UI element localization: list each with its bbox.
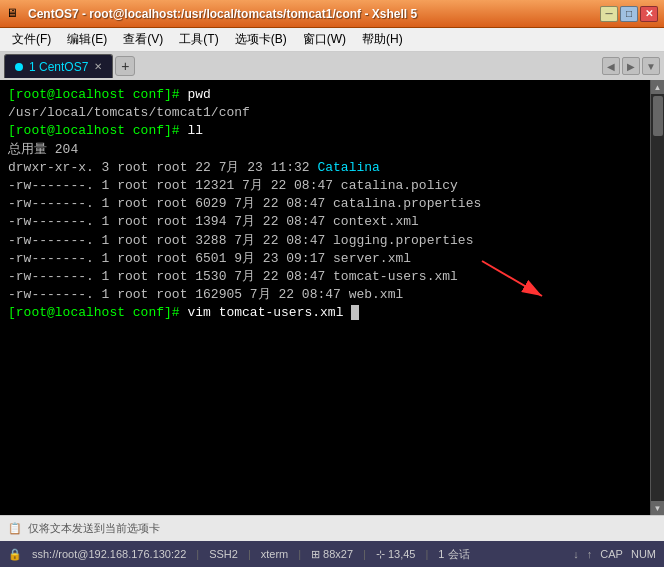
menu-view[interactable]: 查看(V) (115, 29, 171, 50)
terminal-line-13: [root@localhost conf]# vim tomcat-users.… (8, 304, 642, 322)
tab-label: 1 CentOS7 (29, 60, 88, 74)
tab-prev-button[interactable]: ◀ (602, 57, 620, 75)
menu-edit[interactable]: 编辑(E) (59, 29, 115, 50)
size-icon: ⊞ (311, 548, 320, 561)
status-num: NUM (631, 548, 656, 560)
tab-add-button[interactable]: + (115, 56, 135, 76)
menu-bar: 文件(F) 编辑(E) 查看(V) 工具(T) 选项卡(B) 窗口(W) 帮助(… (0, 28, 664, 52)
maximize-button[interactable]: □ (620, 6, 638, 22)
menu-tab[interactable]: 选项卡(B) (227, 29, 295, 50)
app-icon: 🖥 (6, 6, 22, 22)
tab-menu-button[interactable]: ▼ (642, 57, 660, 75)
terminal-line-7: -rw-------. 1 root root 6029 7月 22 08:47… (8, 195, 642, 213)
send-icon: 📋 (8, 522, 22, 535)
title-bar-text: CentOS7 - root@localhost:/usr/local/tomc… (28, 7, 417, 21)
scrollbar-down-button[interactable]: ▼ (651, 501, 665, 515)
status-send-bar: 📋 仅将文本发送到当前选项卡 (0, 515, 664, 541)
scrollbar-up-button[interactable]: ▲ (651, 80, 665, 94)
svg-line-1 (482, 261, 542, 296)
tab-navigation: ◀ ▶ ▼ (602, 57, 660, 75)
tab-active-dot (15, 63, 23, 71)
status-size: ⊞ 88x27 (311, 548, 353, 561)
terminal-line-5: drwxr-xr-x. 3 root root 22 7月 23 11:32 C… (8, 159, 642, 177)
window-controls: ─ □ ✕ (600, 6, 658, 22)
terminal-line-12: -rw-------. 1 root root 162905 7月 22 08:… (8, 286, 642, 304)
status-protocol: SSH2 (209, 548, 238, 560)
menu-window[interactable]: 窗口(W) (295, 29, 354, 50)
terminal-line-3: [root@localhost conf]# ll (8, 122, 642, 140)
tab-centos7[interactable]: 1 CentOS7 ✕ (4, 54, 113, 78)
status-sessions: 1 会话 (438, 547, 469, 562)
terminal-wrapper: [root@localhost conf]# pwd /usr/local/to… (0, 80, 664, 515)
status-send-text: 仅将文本发送到当前选项卡 (28, 521, 160, 536)
status-connection: ssh://root@192.168.176.130:22 (32, 548, 186, 560)
position-icon: ⊹ (376, 548, 385, 561)
terminal[interactable]: [root@localhost conf]# pwd /usr/local/to… (0, 80, 650, 515)
close-button[interactable]: ✕ (640, 6, 658, 22)
terminal-line-1: [root@localhost conf]# pwd (8, 86, 642, 104)
terminal-line-9: -rw-------. 1 root root 3288 7月 22 08:47… (8, 232, 642, 250)
terminal-line-4: 总用量 204 (8, 141, 642, 159)
terminal-line-8: -rw-------. 1 root root 1394 7月 22 08:47… (8, 213, 642, 231)
terminal-scrollbar[interactable]: ▲ ▼ (650, 80, 664, 515)
annotation-arrow (462, 256, 582, 306)
menu-tools[interactable]: 工具(T) (171, 29, 226, 50)
tab-close-button[interactable]: ✕ (94, 61, 102, 72)
main-status-bar: 🔒 ssh://root@192.168.176.130:22 | SSH2 |… (0, 541, 664, 567)
status-position: ⊹ 13,45 (376, 548, 416, 561)
scroll-up-btn[interactable]: ↑ (587, 548, 593, 560)
title-bar: 🖥 CentOS7 - root@localhost:/usr/local/to… (0, 0, 664, 28)
status-caps-area: ↓ ↑ CAP NUM (573, 548, 656, 560)
terminal-line-6: -rw-------. 1 root root 12321 7月 22 08:4… (8, 177, 642, 195)
scrollbar-thumb[interactable] (653, 96, 663, 136)
terminal-line-2: /usr/local/tomcats/tomcat1/conf (8, 104, 642, 122)
scrollbar-track[interactable] (651, 94, 664, 501)
tab-bar: 1 CentOS7 ✕ + ◀ ▶ ▼ (0, 52, 664, 80)
tab-next-button[interactable]: ▶ (622, 57, 640, 75)
status-lock-icon: 🔒 (8, 548, 22, 561)
menu-help[interactable]: 帮助(H) (354, 29, 411, 50)
status-terminal: xterm (261, 548, 289, 560)
menu-file[interactable]: 文件(F) (4, 29, 59, 50)
minimize-button[interactable]: ─ (600, 6, 618, 22)
status-caps: CAP (600, 548, 623, 560)
scroll-down-btn[interactable]: ↓ (573, 548, 579, 560)
